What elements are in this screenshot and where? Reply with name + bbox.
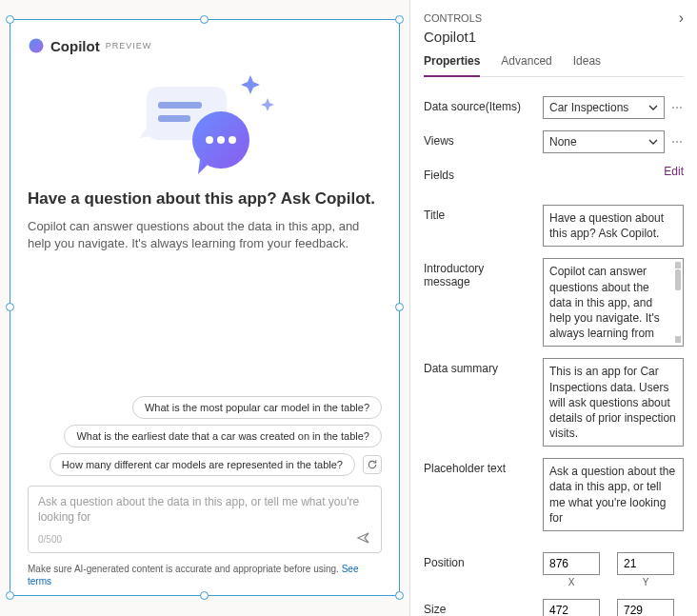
svg-rect-2 (158, 102, 202, 109)
resize-handle[interactable] (6, 303, 14, 311)
more-icon[interactable]: ⋯ (670, 135, 684, 149)
copilot-logo-icon (28, 37, 45, 54)
properties-panel: CONTROLS › Copilot1 Properties Advanced … (409, 0, 697, 616)
design-canvas: Copilot PREVIEW (0, 0, 409, 616)
svg-point-0 (30, 39, 44, 53)
title-input[interactable]: Have a question about this app? Ask Copi… (543, 205, 684, 247)
pos-y-input[interactable] (617, 552, 674, 575)
suggestion-pill[interactable]: What is the most popular car model in th… (132, 396, 382, 419)
send-icon[interactable] (356, 530, 371, 548)
resize-handle[interactable] (395, 303, 404, 311)
resize-handle[interactable] (6, 15, 14, 24)
panel-tabs: Properties Advanced Ideas (424, 54, 684, 77)
more-icon[interactable]: ⋯ (670, 101, 684, 114)
tab-ideas[interactable]: Ideas (573, 54, 601, 76)
selected-control-outline[interactable]: Copilot PREVIEW (10, 19, 400, 596)
tab-properties[interactable]: Properties (424, 54, 480, 77)
resize-handle[interactable] (6, 591, 14, 600)
suggestion-pill[interactable]: What is the earliest date that a car was… (64, 425, 382, 447)
copilot-brand: Copilot (50, 38, 100, 54)
copilot-illustration (28, 54, 382, 189)
summary-input[interactable]: This is an app for Car Inspections data.… (543, 358, 684, 447)
panel-header: CONTROLS (424, 12, 482, 24)
prop-label-intro: Introductory message (424, 258, 533, 288)
pos-x-input[interactable] (543, 552, 600, 575)
resize-handle[interactable] (395, 15, 404, 24)
char-counter: 0/500 (38, 534, 62, 545)
preview-badge: PREVIEW (106, 41, 152, 50)
collapse-panel-icon[interactable]: › (679, 10, 684, 27)
width-input[interactable] (543, 599, 600, 616)
suggestion-list: What is the most popular car model in th… (28, 396, 382, 484)
chat-input[interactable]: Ask a question about the data in this ap… (28, 486, 382, 553)
resize-handle[interactable] (200, 591, 209, 600)
control-name: Copilot1 (424, 29, 684, 45)
copilot-intro-message: Copilot can answer questions about the d… (28, 218, 382, 252)
resize-handle[interactable] (200, 15, 209, 24)
resize-handle[interactable] (395, 591, 404, 600)
refresh-suggestions-icon[interactable] (363, 455, 382, 474)
prop-label-datasource: Data source(Items) (424, 96, 533, 113)
intro-input[interactable]: Copilot can answer questions about the d… (543, 258, 684, 347)
chevron-down-icon (648, 137, 658, 147)
ai-disclaimer: Make sure AI-generated content is accura… (28, 563, 382, 587)
chat-input-placeholder: Ask a question about the data in this ap… (38, 494, 371, 525)
prop-label-placeholder: Placeholder text (424, 458, 533, 475)
views-dropdown[interactable]: None (543, 130, 665, 153)
copilot-card: Copilot PREVIEW (10, 20, 399, 595)
svg-point-6 (217, 136, 225, 144)
fields-edit-link[interactable]: Edit (664, 165, 684, 178)
prop-label-size: Size (424, 599, 533, 616)
svg-point-5 (206, 136, 213, 144)
prop-label-views: Views (424, 130, 533, 148)
copilot-title: Have a question about this app? Ask Copi… (28, 189, 382, 209)
prop-label-fields: Fields (424, 165, 533, 182)
tab-advanced[interactable]: Advanced (501, 54, 551, 76)
svg-point-7 (229, 136, 236, 144)
height-input[interactable] (617, 599, 674, 616)
placeholder-input[interactable]: Ask a question about the data in this ap… (543, 458, 684, 531)
svg-rect-3 (158, 115, 190, 122)
suggestion-pill[interactable]: How many different car models are repres… (50, 453, 355, 476)
scrollbar[interactable] (675, 262, 681, 343)
datasource-dropdown[interactable]: Car Inspections (543, 96, 665, 119)
prop-label-position: Position (424, 552, 533, 569)
chevron-down-icon (648, 103, 658, 112)
prop-label-summary: Data summary (424, 358, 533, 375)
prop-label-title: Title (424, 205, 533, 222)
